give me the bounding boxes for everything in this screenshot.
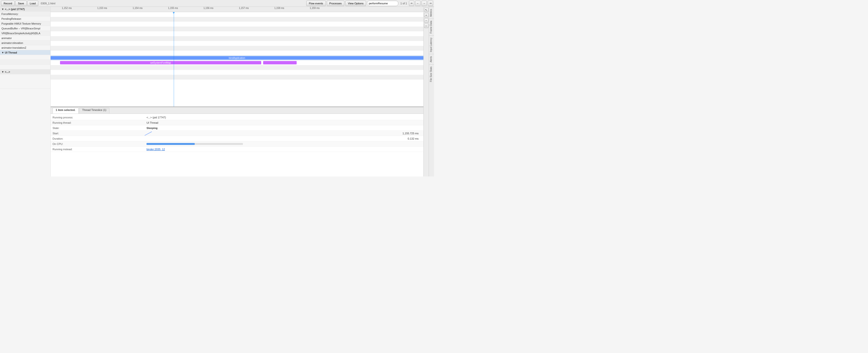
record-button[interactable]: Record	[1, 1, 15, 6]
save-button[interactable]: Save	[15, 1, 27, 6]
zoom-in-button[interactable]: +	[424, 13, 429, 17]
running-process-value: <...> (pid 17747)	[145, 116, 424, 119]
detail-row-running-thread: Running thread: UI Thread	[51, 120, 424, 125]
search-input[interactable]	[367, 1, 398, 6]
toolbar: Record Save Load 0309_1.html Flow events…	[0, 0, 434, 7]
running-instead-label: Running instead:	[51, 148, 145, 151]
sidebar-row-ui-blank2	[0, 60, 50, 65]
running-thread-label: Running thread:	[51, 121, 145, 124]
track-bg-12	[51, 70, 424, 75]
track-bg-2	[51, 22, 424, 27]
start-line-graphic	[145, 131, 157, 136]
sidebar-row-animator: animator	[0, 36, 50, 40]
time-tick-1152: 1,152 ms	[62, 7, 71, 9]
tab-frame-data[interactable]: Frame Data	[429, 19, 434, 35]
time-ruler: 1,152 ms 1,153 ms 1,154 ms 1,155 ms 1,15…	[51, 7, 424, 12]
detail-row-running-process: Running process: <...> (pid 17747)	[51, 115, 424, 120]
on-cpu-progress-bar	[147, 143, 243, 145]
sidebar-row-purgeable: Purgeable HWUI Texture Memory	[0, 21, 50, 26]
bar-bindapplication[interactable]: bindApplication	[51, 56, 424, 60]
fit-icon: ↔	[425, 24, 428, 27]
flow-events-button[interactable]: Flow events	[306, 1, 326, 6]
load-button[interactable]: Load	[27, 1, 38, 6]
sidebar-row-ui-blank3	[0, 65, 50, 69]
running-thread-value: UI Thread	[145, 121, 424, 124]
track-bg-3	[51, 27, 424, 31]
cursor-tool-icon: ↖	[425, 8, 427, 11]
detail-row-running-instead: Running instead: binder:2035_12	[51, 147, 424, 152]
pid-label: ▼ <...> (pid 17747)	[1, 8, 25, 10]
filename-label: 0309_1.html	[39, 1, 57, 5]
track-bg-5	[51, 36, 424, 41]
track-bg-4	[51, 31, 424, 36]
detail-row-state: State: Sleeping	[51, 125, 424, 131]
sidebar-rows: ▼ <...> (pid 17747) ForceMemory: Pending…	[0, 7, 50, 177]
sidebar-row-animator-translationz: animator:translationZ	[0, 45, 50, 50]
tab-thread-timeslice[interactable]: Thread Timeslice (1)	[79, 108, 110, 114]
detail-row-duration: Duration: 0.132 ms	[51, 136, 424, 141]
time-tick-1158: 1,158 ms	[274, 7, 284, 9]
track-bg-0	[51, 12, 424, 17]
bar-purple2[interactable]	[263, 61, 297, 64]
track-bg-8	[51, 51, 424, 55]
bar-setsystemfontmap[interactable]: setSystemFontMap	[60, 61, 261, 64]
sidebar-row-queuedbuffer: QueuedBuffer – VRI[BtraceSimpl	[0, 26, 50, 31]
nav-prev-button[interactable]: ←	[415, 1, 421, 6]
view-options-button[interactable]: View Options	[345, 1, 366, 6]
right-tools: ↖ + − ↔	[424, 7, 429, 177]
bottom-tabs: 1 item selected. Thread Timeslice (1)	[51, 107, 424, 114]
zoom-out-button[interactable]: −	[424, 18, 429, 23]
tab-metrics[interactable]: Metrics	[429, 7, 434, 19]
on-cpu-progress-fill	[147, 143, 195, 145]
duration-label: Duration:	[51, 137, 145, 140]
sidebar-row-ui-blank1	[0, 55, 50, 60]
time-tick-1154: 1,154 ms	[132, 7, 143, 9]
tab-alerts[interactable]: Alerts	[429, 54, 434, 64]
time-tick-1155: 1,155 ms	[168, 7, 178, 9]
detail-row-start: Start: 1,155.725 ms	[51, 131, 424, 136]
bar-bindapplication-label: bindApplication	[229, 57, 245, 59]
bar-setsystemfontmap-label: setSystemFontMap	[150, 61, 171, 64]
tab-item-selected[interactable]: 1 item selected.	[53, 108, 79, 114]
nav-last-button[interactable]: ⇒	[428, 1, 433, 6]
zoom-in-icon: +	[425, 14, 427, 17]
nav-next-button[interactable]: →	[422, 1, 427, 6]
track-bg-11	[51, 65, 424, 70]
processes-button[interactable]: Processes	[327, 1, 344, 6]
running-instead-value[interactable]: binder:2035_12	[145, 148, 424, 151]
track-bg-6	[51, 41, 424, 46]
cursor-tool-button[interactable]: ↖	[424, 8, 429, 12]
tab-input-latency[interactable]: Input Latency	[429, 35, 434, 54]
detail-row-on-cpu: On CPU:	[51, 141, 424, 147]
sidebar-row-forcememory: ForceMemory:	[0, 11, 50, 17]
sidebar-row-empty	[0, 74, 50, 89]
main-content: ▼ <...> (pid 17747) ForceMemory: Pending…	[0, 7, 434, 177]
tab-thread-timeslice-label: Thread Timeslice (1)	[82, 109, 106, 111]
track-bg-13	[51, 75, 424, 80]
sidebar-row-animator-elevation: animator:elevation	[0, 40, 50, 45]
sidebar-row-pendingrelease: PendingRelease:	[0, 17, 50, 21]
nav-count: 1 of 1	[399, 2, 408, 5]
sidebar-row-vri: VRI[BtraceSimpleActivity]#0(BLA	[0, 31, 50, 36]
track-bg-1	[51, 17, 424, 22]
state-value: Sleeping	[145, 126, 424, 129]
zoom-out-icon: −	[425, 19, 427, 22]
far-right-tabs: Metrics Frame Data Input Latency Alerts …	[429, 7, 434, 177]
right-controls: Flow events Processes View Options 1 of …	[306, 1, 433, 6]
tab-item-selected-label: 1 item selected.	[56, 109, 75, 111]
sidebar: ▼ <...> (pid 17747) ForceMemory: Pending…	[0, 7, 51, 177]
tab-file-size-stats[interactable]: File Size Stats	[429, 64, 434, 84]
start-label: Start:	[51, 132, 145, 135]
time-tick-1153: 1,153 ms	[97, 7, 107, 9]
sidebar-row-ellipsis: ▼ <...>	[0, 69, 50, 74]
state-label: State:	[51, 126, 145, 129]
on-cpu-label: On CPU:	[51, 143, 145, 145]
details-grid: Running process: <...> (pid 17747) Runni…	[51, 114, 424, 153]
nav-first-button[interactable]: ⇐	[409, 1, 414, 6]
fit-button[interactable]: ↔	[424, 24, 429, 28]
sidebar-row-ui-thread[interactable]: ▼ UI Thread	[0, 50, 50, 55]
track-bg-14	[51, 80, 424, 99]
start-value: 1,155.725 ms	[145, 132, 424, 135]
sidebar-pid-header: ▼ <...> (pid 17747)	[0, 7, 50, 11]
time-tick-1156: 1,156 ms	[204, 7, 213, 9]
